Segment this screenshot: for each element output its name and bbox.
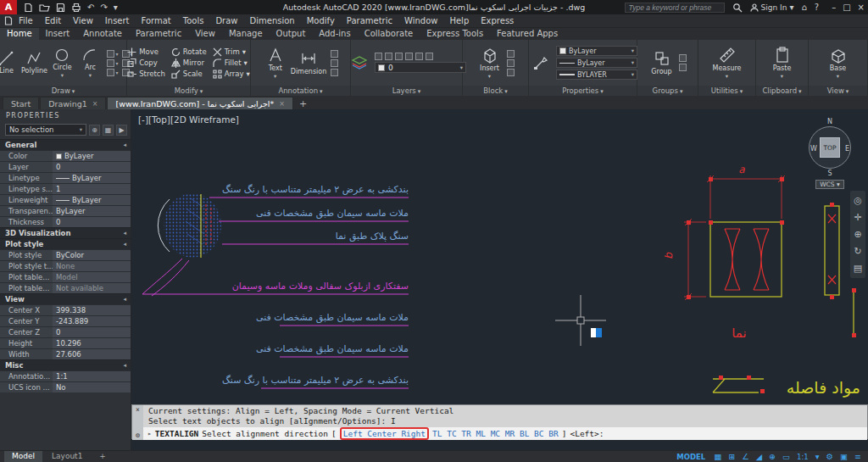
clipboard-panel-label[interactable]: Clipboard▾ bbox=[756, 86, 808, 96]
menu-express[interactable]: Express bbox=[475, 14, 520, 28]
menu-modify[interactable]: Modify bbox=[301, 14, 341, 28]
chevron-down-icon[interactable]: ▾ bbox=[813, 451, 822, 462]
navbar-more-icon[interactable]: ▤ bbox=[854, 263, 862, 274]
menu-dimension[interactable]: Dimension bbox=[244, 14, 301, 28]
layer-dropdown[interactable]: 0 ▾ bbox=[375, 62, 466, 73]
modify-panel-label[interactable]: Modify▾ bbox=[127, 86, 250, 96]
command-dropdown-icon[interactable]: ▸ bbox=[147, 430, 152, 437]
quick-select-icon[interactable]: ▦ bbox=[103, 125, 114, 136]
text-button[interactable]: Text ▾ bbox=[263, 47, 288, 80]
properties-section-general[interactable]: General◂ bbox=[0, 139, 131, 150]
pickadd-toggle-icon[interactable]: ⊕ bbox=[89, 125, 100, 136]
command-options[interactable]: TL TC TR ML MC MR BL BC BR bbox=[432, 429, 559, 438]
open-file-icon[interactable] bbox=[39, 3, 50, 13]
ribbon-tab-express-tools[interactable]: Express Tools bbox=[420, 28, 490, 40]
object-snap-icon[interactable]: ⊕ bbox=[766, 451, 778, 462]
property-row-ucs-icon[interactable]: UCS icon ...No bbox=[0, 381, 131, 392]
measure-button[interactable]: Measure ▾ bbox=[713, 47, 742, 80]
viewcube-north[interactable]: N bbox=[804, 118, 856, 125]
block-panel-label[interactable]: Block▾ bbox=[463, 86, 528, 96]
menu-parametric[interactable]: Parametric bbox=[341, 14, 398, 28]
viewcube-ring[interactable]: W E TOP bbox=[809, 126, 851, 169]
dimension-label-b[interactable]: b bbox=[663, 253, 675, 259]
ribbon-tab-view[interactable]: View bbox=[188, 28, 222, 40]
annotation-text[interactable]: سنگ پلاک طبق نما bbox=[336, 231, 409, 242]
new-drawing-tab-button[interactable]: + bbox=[294, 98, 312, 109]
property-row-linetype[interactable]: LinetypeByLayer bbox=[0, 172, 131, 183]
ribbon-tab-output[interactable]: Output bbox=[270, 28, 313, 40]
close-icon[interactable]: × bbox=[858, 3, 865, 12]
ribbon-tab-addins[interactable]: Add-ins bbox=[312, 28, 357, 40]
properties-section-3d-visualization[interactable]: 3D Visualization◂ bbox=[0, 227, 131, 238]
property-row-height[interactable]: Height10.296 bbox=[0, 337, 131, 348]
copy-button[interactable]: Copy bbox=[127, 58, 165, 68]
menu-format[interactable]: Format bbox=[136, 14, 177, 28]
line-button[interactable]: Line bbox=[0, 51, 19, 75]
circle-button[interactable]: Circle ▾ bbox=[49, 47, 75, 79]
layer-properties-button[interactable] bbox=[347, 54, 372, 71]
ribbon-tab-featured-apps[interactable]: Featured Apps bbox=[490, 28, 565, 40]
app-store-icon[interactable]: ⌂ bbox=[801, 3, 806, 12]
close-icon[interactable]: × bbox=[92, 100, 98, 108]
groups-panel-label[interactable]: Groups▾ bbox=[637, 86, 698, 96]
ribbon-tab-home[interactable]: Home bbox=[0, 28, 39, 40]
property-row-plot-table-type[interactable]: Plot table...Not available bbox=[0, 282, 131, 293]
close-icon[interactable]: × bbox=[279, 100, 285, 108]
sign-in-button[interactable]: Sign In ▾ bbox=[750, 3, 794, 12]
layer-isolate-icon[interactable] bbox=[426, 53, 433, 60]
menu-window[interactable]: Window bbox=[398, 14, 443, 28]
lineweight-display-icon[interactable]: ▭ bbox=[780, 451, 793, 462]
utilities-panel-label[interactable]: Utilities▾ bbox=[698, 86, 755, 96]
paste-button[interactable]: Paste ▾ bbox=[770, 47, 795, 80]
ribbon-tab-annotate[interactable]: Annotate bbox=[76, 28, 129, 40]
autocad-logo-icon[interactable]: A bbox=[0, 0, 17, 14]
block-editor-icon[interactable] bbox=[507, 69, 515, 76]
search-input[interactable] bbox=[625, 3, 725, 13]
customization-menu-icon[interactable]: ≡ bbox=[852, 451, 864, 462]
polar-tracking-icon[interactable]: ∠ bbox=[739, 451, 752, 462]
ribbon-tab-collaborate[interactable]: Collaborate bbox=[358, 28, 420, 40]
draw-tool-icon[interactable]: ▾ bbox=[107, 50, 118, 58]
orbit-icon[interactable]: ↻ bbox=[854, 246, 861, 257]
scale-button[interactable]: Scale bbox=[171, 70, 207, 79]
selection-dropdown[interactable]: No selection▾ bbox=[5, 124, 86, 136]
property-row-plot-style-table[interactable]: Plot style t...None bbox=[0, 260, 131, 271]
zoom-icon[interactable]: ⊕ bbox=[854, 229, 861, 240]
property-row-layer[interactable]: Layer0 bbox=[0, 161, 131, 172]
property-row-plot-table-attached[interactable]: Plot table...Model bbox=[0, 271, 131, 282]
write-block-icon[interactable] bbox=[507, 59, 515, 67]
annotation-text[interactable]: بندکشی به عرض ۲ میلیمتر متناسب با رنگ سن… bbox=[222, 375, 409, 386]
property-row-center-y[interactable]: Center Y-243.889 bbox=[0, 315, 131, 326]
search-icon[interactable] bbox=[732, 3, 743, 13]
ribbon-tab-manage[interactable]: Manage bbox=[222, 28, 270, 40]
property-row-center-z[interactable]: Center Z0 bbox=[0, 326, 131, 337]
menu-insert[interactable]: Insert bbox=[99, 14, 136, 28]
table-tool-icon[interactable] bbox=[331, 59, 338, 67]
annotation-text[interactable]: ملات ماسه سیمان طبق مشخصات فنی bbox=[256, 208, 409, 219]
select-objects-icon[interactable]: ▶ bbox=[116, 125, 127, 136]
maximize-icon[interactable]: □ bbox=[843, 3, 850, 12]
properties-panel-label[interactable]: Properties▾ bbox=[529, 86, 637, 96]
menu-view[interactable]: View bbox=[67, 14, 99, 28]
leader-tool-icon[interactable] bbox=[331, 50, 338, 58]
properties-section-misc[interactable]: Misc◂ bbox=[0, 359, 131, 370]
file-tab-active-drawing[interactable]: [www.IranDWG.com] - اجرایی اسکوپ نما*× bbox=[107, 97, 292, 109]
layer-match-icon[interactable] bbox=[415, 53, 423, 60]
layers-panel-label[interactable]: Layers▾ bbox=[351, 86, 462, 96]
viewcube-west[interactable]: W bbox=[810, 145, 817, 153]
customize-icon[interactable]: ⚙ bbox=[136, 431, 140, 439]
property-row-linetype-scale[interactable]: Linetype s...1 bbox=[0, 183, 131, 194]
property-row-transparency[interactable]: Transparen...ByLayer bbox=[0, 205, 131, 216]
mirror-button[interactable]: Mirror bbox=[171, 58, 207, 68]
plot-icon[interactable] bbox=[71, 3, 81, 13]
property-row-color[interactable]: ColorByLayer bbox=[0, 150, 131, 161]
viewcube-top-face[interactable]: TOP bbox=[820, 137, 840, 158]
drawing-sheet-title[interactable]: مواد فاصله bbox=[737, 378, 860, 397]
menu-draw[interactable]: Draw bbox=[209, 14, 243, 28]
menu-edit[interactable]: Edit bbox=[39, 14, 67, 28]
pan-icon[interactable]: ✛ bbox=[854, 212, 861, 223]
workspace-gear-icon[interactable]: ⚙ bbox=[824, 451, 837, 462]
ribbon-tab-parametric[interactable]: Parametric bbox=[129, 28, 188, 40]
file-tab-start[interactable]: Start bbox=[3, 97, 39, 109]
draw-tool-icon[interactable]: ▾ bbox=[107, 69, 118, 76]
